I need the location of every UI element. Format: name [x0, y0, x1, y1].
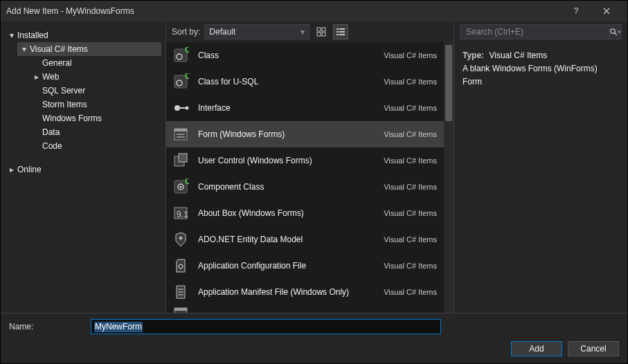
template-row[interactable]: C#ClassVisual C# Items: [166, 42, 444, 69]
sort-by-dropdown[interactable]: Default ▾: [204, 24, 309, 39]
view-medium-icons-button[interactable]: [314, 24, 329, 39]
template-category: Visual C# Items: [384, 262, 437, 270]
manifest-icon: [172, 283, 190, 301]
template-row[interactable]: C#Component ClassVisual C# Items: [166, 174, 444, 200]
svg-rect-36: [174, 308, 187, 311]
svg-text:C#: C#: [185, 47, 189, 55]
template-category: Visual C# Items: [384, 51, 437, 60]
tree-node-visual-csharp-items[interactable]: ▾ Visual C# Items: [17, 42, 161, 56]
dialog-window: Add New Item - MyWindowsForms ? ▾ Instal…: [0, 0, 628, 364]
template-name: Class: [198, 51, 375, 60]
name-label: Name:: [9, 322, 84, 331]
category-tree: ▾ Installed ▾ Visual C# Items General▸We…: [1, 21, 165, 313]
template-name: Form (Windows Forms): [198, 129, 375, 139]
help-button[interactable]: ?: [561, 1, 591, 21]
vertical-scrollbar[interactable]: [444, 42, 454, 313]
details-panel: ▾ Type: Visual C# Items A blank Windows …: [454, 21, 627, 313]
svg-rect-3: [322, 33, 325, 36]
view-list-button[interactable]: [333, 24, 348, 39]
svg-point-39: [611, 29, 615, 33]
template-category: Visual C# Items: [384, 104, 437, 112]
svg-text:C#: C#: [185, 73, 189, 81]
sort-by-label: Sort by:: [172, 27, 200, 37]
close-button[interactable]: [591, 1, 622, 21]
chevron-down-icon: ▾: [8, 30, 16, 40]
svg-line-40: [615, 33, 618, 36]
template-list[interactable]: C#ClassVisual C# ItemsC#Class for U-SQLV…: [166, 42, 444, 313]
chevron-right-icon: ▸: [8, 165, 16, 174]
name-input-wrapper[interactable]: MyNewForm: [91, 319, 441, 334]
template-category: Visual C# Items: [384, 130, 437, 138]
chevron-right-icon: ▸: [33, 72, 41, 82]
template-panel: Sort by: Default ▾ C#ClassVisual C# Item…: [165, 21, 454, 313]
svg-rect-33: [178, 291, 183, 293]
svg-point-18: [186, 107, 189, 110]
tree-node-installed[interactable]: ▾ Installed: [5, 28, 161, 42]
template-row[interactable]: Application Configuration FileVisual C# …: [166, 253, 444, 279]
titlebar: Add New Item - MyWindowsForms ?: [1, 1, 627, 21]
chevron-down-icon: ▾: [300, 27, 305, 37]
bottom-bar: Name: MyNewForm Add Cancel: [1, 313, 627, 363]
component-icon: C#: [172, 178, 190, 196]
template-name: Application Configuration File: [198, 261, 375, 271]
svg-rect-21: [177, 134, 185, 135]
search-input[interactable]: [465, 26, 604, 37]
add-button[interactable]: Add: [511, 341, 562, 356]
template-row[interactable]: Application Manifest File (Windows Only)…: [166, 279, 444, 305]
cancel-button[interactable]: Cancel: [568, 341, 619, 356]
name-input[interactable]: MyNewForm: [94, 322, 143, 332]
ado-icon: [172, 230, 190, 248]
about-icon: 9.1.0: [172, 204, 190, 222]
tree-node-storm-items[interactable]: Storm Items: [30, 98, 161, 111]
tree-node-web[interactable]: ▸Web: [30, 70, 161, 84]
svg-point-16: [174, 105, 180, 111]
config-icon: [172, 257, 190, 275]
template-category: Visual C# Items: [384, 288, 437, 296]
chevron-down-icon: ▾: [20, 44, 28, 54]
search-icon[interactable]: ▾: [609, 24, 622, 39]
tree-node-code[interactable]: Code: [30, 139, 161, 153]
template-category: Visual C# Items: [384, 209, 437, 217]
template-category: Visual C# Items: [384, 156, 437, 165]
svg-rect-7: [339, 31, 345, 33]
template-row[interactable]: 9.1.0About Box (Windows Forms)Visual C# …: [166, 200, 444, 226]
tree-node-data[interactable]: Data: [30, 125, 161, 139]
template-name: About Box (Windows Forms): [198, 208, 375, 218]
template-category: Visual C# Items: [384, 183, 437, 191]
svg-text:9.1.0: 9.1.0: [177, 210, 189, 219]
tree-node-sql-server[interactable]: SQL Server: [30, 84, 161, 98]
template-name: User Control (Windows Forms): [198, 156, 375, 165]
usercontrol-icon: [172, 152, 190, 170]
svg-rect-2: [317, 33, 321, 36]
svg-rect-20: [174, 129, 187, 131]
template-name: Application Manifest File (Windows Only): [198, 287, 375, 297]
template-name: Interface: [198, 103, 375, 113]
template-name: Component Class: [198, 182, 375, 192]
svg-rect-6: [337, 31, 339, 33]
svg-rect-4: [337, 28, 339, 30]
class-icon: C#: [172, 73, 190, 91]
svg-rect-32: [178, 289, 183, 290]
scrollbar-thumb[interactable]: [445, 45, 452, 121]
svg-rect-1: [322, 28, 325, 31]
template-row[interactable]: [166, 305, 444, 313]
template-row[interactable]: C#Class for U-SQLVisual C# Items: [166, 69, 444, 95]
template-row[interactable]: ADO.NET Entity Data ModelVisual C# Items: [166, 226, 444, 253]
svg-rect-9: [339, 34, 345, 35]
class-icon: C#: [172, 46, 190, 64]
svg-rect-5: [339, 28, 345, 30]
template-row[interactable]: User Control (Windows Forms)Visual C# It…: [166, 147, 444, 174]
search-box[interactable]: [460, 24, 609, 39]
template-category: Visual C# Items: [384, 235, 437, 244]
tree-node-online[interactable]: ▸ Online: [5, 163, 161, 176]
template-name: Class for U-SQL: [198, 77, 375, 87]
tree-node-windows-forms[interactable]: Windows Forms: [30, 111, 161, 125]
tree-node-general[interactable]: General: [30, 56, 161, 70]
toolbar: Sort by: Default ▾: [166, 21, 454, 42]
template-row[interactable]: Form (Windows Forms)Visual C# Items: [166, 121, 444, 147]
detail-description: A blank Windows Forms (WinForms) Form: [463, 62, 619, 89]
svg-rect-24: [179, 154, 187, 162]
svg-rect-34: [178, 294, 183, 295]
template-row[interactable]: InterfaceVisual C# Items: [166, 95, 444, 121]
form-icon: [172, 125, 190, 143]
